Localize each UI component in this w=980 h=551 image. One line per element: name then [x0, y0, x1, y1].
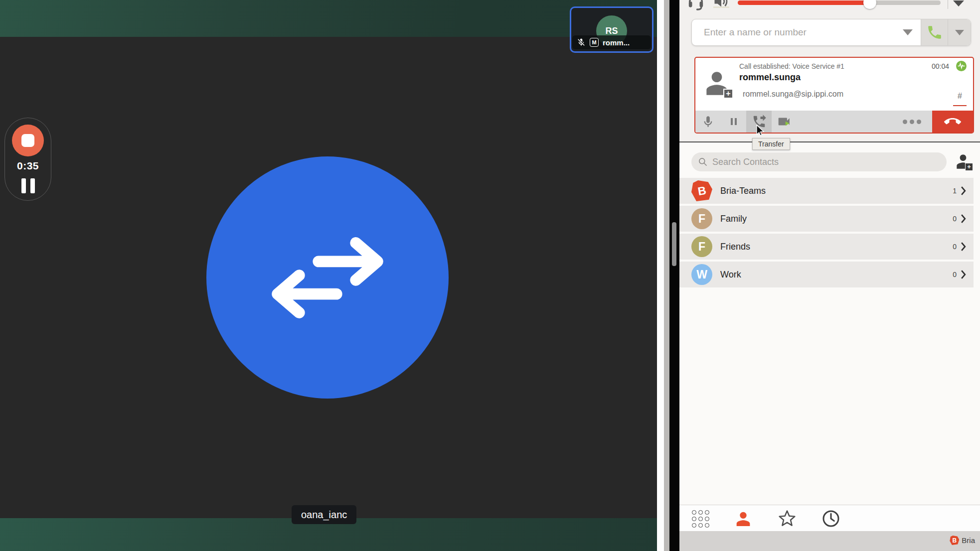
window-gap	[657, 0, 664, 551]
softphone-panel: + Call established: Voice Service #1 00:…	[679, 0, 980, 551]
recording-pill: 0:35	[4, 118, 51, 201]
group-avatar: F	[691, 208, 712, 229]
call-options-button[interactable]	[948, 19, 971, 45]
videocam-icon	[777, 114, 793, 130]
group-count: 1	[953, 187, 957, 195]
participant-info-bar: M romm...	[572, 35, 651, 49]
transfer-tooltip: Transfer	[752, 138, 790, 150]
pause-icon	[728, 116, 740, 128]
stop-recording-button[interactable]	[12, 125, 44, 156]
bria-logo-icon: B	[950, 536, 959, 545]
chevron-right-icon	[960, 214, 967, 223]
stop-icon	[21, 134, 34, 147]
clock-icon	[821, 509, 841, 529]
speaker-icon[interactable]	[712, 0, 730, 10]
dial-bar	[691, 19, 971, 46]
video-call-area: 0:35 RS M romm... oana_ianc	[0, 0, 657, 551]
pause-recording-button[interactable]	[21, 178, 35, 193]
call-status: Call established: Voice Service #1	[739, 62, 844, 70]
dialpad-icon	[692, 510, 709, 528]
add-caller-plus-icon: +	[723, 89, 733, 99]
mic-icon	[701, 115, 715, 129]
group-label: Work	[720, 270, 741, 280]
end-call-button[interactable]	[932, 111, 973, 133]
call-duration: 00:04	[932, 62, 949, 70]
tab-history[interactable]	[820, 508, 842, 530]
tab-contacts[interactable]	[732, 508, 754, 530]
group-count: 0	[953, 271, 957, 278]
m-badge: M	[590, 38, 599, 47]
bria-logo-icon: B	[691, 180, 712, 201]
contact-search	[691, 152, 947, 171]
scrollbar-thumb[interactable]	[672, 222, 676, 266]
caller-address: rommel.sunga@sip.ippi.com	[743, 90, 843, 99]
call-button[interactable]	[921, 19, 948, 45]
bottom-toolbar	[679, 505, 980, 531]
hold-button[interactable]	[721, 111, 746, 133]
volume-slider-thumb[interactable]	[863, 0, 876, 9]
star-icon	[777, 508, 798, 529]
volume-fill	[738, 0, 870, 5]
add-contact-button[interactable]: +	[952, 149, 975, 173]
phone-icon	[926, 24, 943, 41]
group-label: Bria-Teams	[720, 186, 766, 196]
mute-button[interactable]	[695, 111, 721, 133]
chevron-right-icon	[960, 242, 967, 251]
swap-arrows-icon	[255, 232, 400, 324]
mic-muted-icon	[577, 38, 586, 47]
dtmf-hash[interactable]: #	[958, 92, 962, 101]
contacts-icon	[733, 509, 753, 529]
group-avatar: F	[691, 236, 712, 257]
dial-history-chevron-icon[interactable]	[903, 29, 913, 35]
tab-favorites[interactable]	[776, 508, 798, 530]
speaker-name-label: oana_ianc	[292, 505, 356, 524]
topbar-separator	[948, 0, 948, 9]
chevron-right-icon	[960, 186, 967, 195]
active-call-card: + Call established: Voice Service #1 00:…	[694, 57, 974, 134]
brand: B Bria	[950, 536, 975, 545]
window-divider[interactable]	[664, 0, 669, 551]
chevron-right-icon	[960, 270, 967, 279]
recording-timer: 0:35	[17, 160, 39, 172]
avatar-initials: RS	[605, 26, 618, 36]
caller-avatar[interactable]: +	[701, 66, 734, 102]
contact-group-work[interactable]: W Work 0	[679, 262, 974, 287]
volume-slider[interactable]	[738, 0, 941, 5]
contact-group-family[interactable]: F Family 0	[679, 206, 974, 232]
contact-group-bria-teams[interactable]: B Bria-Teams 1	[679, 178, 974, 204]
speaker-selected-underline	[713, 6, 729, 8]
group-label: Friends	[720, 242, 750, 252]
call-controls-bar	[695, 111, 973, 133]
dial-input[interactable]	[692, 19, 903, 45]
transfer-button[interactable]	[746, 111, 772, 133]
participant-thumbnail[interactable]: RS M romm...	[570, 6, 653, 53]
hangup-icon	[944, 113, 961, 130]
video-button[interactable]	[772, 111, 797, 133]
tab-dialpad[interactable]	[689, 508, 711, 530]
group-count: 0	[953, 243, 957, 251]
network-quality-icon	[956, 61, 967, 71]
headset-icon[interactable]	[686, 0, 706, 11]
plus-icon: +	[965, 163, 973, 171]
transfer-graphic	[206, 156, 449, 399]
participant-name: romm...	[603, 38, 630, 47]
group-avatar: W	[691, 264, 712, 285]
call-options-chevron-icon	[955, 30, 964, 35]
brand-name: Bria	[962, 536, 975, 545]
search-input[interactable]	[691, 152, 947, 171]
contact-group-friends[interactable]: F Friends 0	[679, 234, 974, 260]
video-top-gradient	[0, 0, 657, 37]
pause-icon	[21, 178, 26, 193]
panel-scrollbar-track[interactable]	[669, 0, 679, 551]
group-label: Family	[720, 214, 747, 224]
more-options-button[interactable]	[903, 120, 921, 124]
group-count: 0	[953, 215, 957, 223]
status-bar: B Bria	[679, 531, 980, 551]
caller-name: rommel.sunga	[739, 72, 801, 83]
transfer-icon	[752, 114, 767, 129]
dtmf-underline	[953, 105, 967, 106]
audio-options-chevron-icon[interactable]	[953, 0, 964, 6]
